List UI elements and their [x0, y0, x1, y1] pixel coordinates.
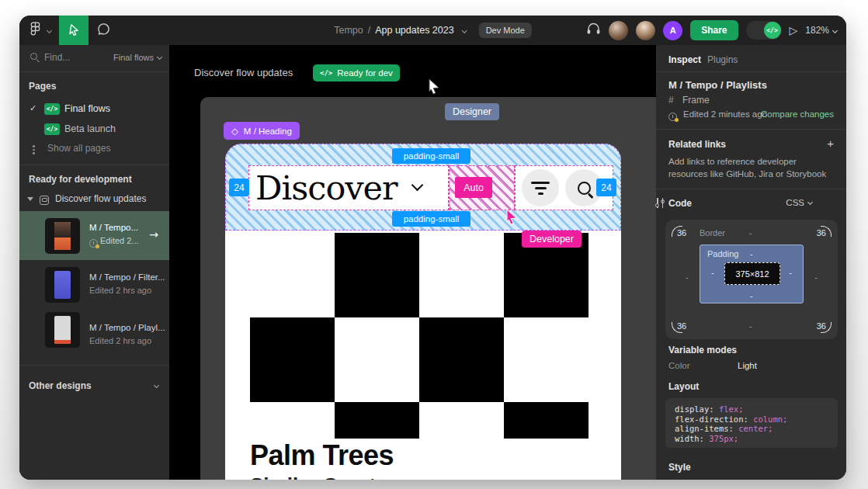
- css-property: display:: [675, 404, 719, 414]
- frame-title: M / Tempo / Filter...: [89, 272, 165, 282]
- css-value: flex;: [719, 404, 744, 414]
- padding-bottom-value[interactable]: -: [750, 291, 753, 300]
- zoom-level-control[interactable]: 182%: [805, 25, 837, 36]
- left-sidebar: Find... Final flows Pages ✓ </> Final fl…: [19, 45, 169, 480]
- corner-radius-value: 36: [817, 228, 826, 238]
- other-designs-label: Other designs: [29, 380, 92, 391]
- card-subtitle: Similar Curators: [250, 473, 407, 480]
- move-tool-button[interactable]: [59, 16, 89, 45]
- breadcrumb-file-name: App updates 2023: [375, 25, 453, 36]
- page-label: Beta launch: [64, 123, 116, 134]
- breadcrumb[interactable]: Tempo / App updates 2023 Dev Mode: [334, 16, 532, 45]
- comment-bubble-icon: [97, 23, 110, 39]
- padding-top-value[interactable]: -: [750, 249, 753, 258]
- chevron-down-icon: [154, 383, 159, 388]
- canvas[interactable]: Discover flow updates </> Ready for dev …: [169, 45, 656, 480]
- flows-filter-value: Final flows: [113, 53, 154, 62]
- sidebar-item-final-flows[interactable]: ✓ </> Final flows: [19, 101, 169, 120]
- dev-mode-toggle[interactable]: </>: [746, 21, 782, 40]
- tab-plugins[interactable]: Plugins: [707, 54, 738, 65]
- component-badge[interactable]: ◇ M / Heading: [224, 122, 300, 140]
- main-menu-button[interactable]: [19, 16, 59, 45]
- list-dots-icon: [33, 144, 34, 156]
- discover-heading: Discover: [255, 172, 398, 205]
- add-link-plus-icon[interactable]: +: [827, 137, 834, 150]
- css-property: align-items:: [675, 424, 738, 433]
- border-top-value[interactable]: -: [749, 228, 752, 238]
- arrow-right-icon[interactable]: →: [149, 228, 158, 241]
- code-icon: </>: [320, 69, 332, 77]
- clock-icon: [668, 113, 677, 121]
- avatar-collaborator-2[interactable]: [636, 21, 655, 40]
- layout-header: Layout: [668, 381, 699, 392]
- avatar-collaborator-1[interactable]: [609, 21, 628, 40]
- flows-filter-dropdown[interactable]: Final flows: [113, 53, 161, 62]
- pages-header: Pages: [29, 81, 56, 92]
- border-bottom-value[interactable]: -: [749, 321, 752, 331]
- layout-css-code[interactable]: display: flex; flex-direction: column; a…: [665, 398, 838, 448]
- ready-for-development-header: Ready for development: [29, 174, 132, 185]
- figma-app-window: Tempo / App updates 2023 Dev Mode A Shar…: [19, 16, 846, 480]
- filter-button[interactable]: [522, 169, 559, 206]
- padding-annotation-bottom: padding-small: [392, 211, 470, 227]
- divider: [19, 71, 169, 72]
- frame-edited: Edited 2 hrs ago: [89, 336, 151, 345]
- move-cursor-icon: [68, 23, 81, 39]
- avatar-current-user[interactable]: A: [663, 21, 682, 40]
- divider: [656, 129, 846, 130]
- tab-inspect[interactable]: Inspect: [668, 54, 701, 65]
- canvas-section-title[interactable]: Discover flow updates: [194, 67, 293, 78]
- other-designs-section[interactable]: Other designs: [19, 379, 169, 396]
- frame-list-item-selected[interactable]: M / Tempo... Edited 2... →: [19, 211, 169, 260]
- mode-value[interactable]: Light: [738, 361, 757, 370]
- dev-mode-toggle-knob-code-icon: </>: [764, 22, 781, 39]
- divider: [656, 71, 846, 72]
- corner-radius-value: 36: [677, 321, 686, 331]
- compare-changes-link[interactable]: Compare changes: [761, 109, 834, 119]
- chevron-down-icon: [47, 27, 52, 33]
- comment-tool-button[interactable]: [89, 16, 118, 45]
- show-all-pages-label: Show all pages: [47, 143, 110, 154]
- breadcrumb-separator: /: [368, 25, 370, 36]
- css-property: flex-direction:: [675, 414, 753, 424]
- ready-for-dev-label: Ready for dev: [337, 68, 393, 78]
- inspector-panel: Inspect Plugins M / Tempo / Playlists # …: [656, 45, 846, 480]
- padding-right-value[interactable]: -: [789, 268, 792, 277]
- box-model-diagram: 36 36 36 36 Border - - - - Padding - - -…: [665, 220, 838, 339]
- border-right-value[interactable]: -: [814, 272, 818, 282]
- section-tree-row[interactable]: Discover flow updates: [19, 192, 169, 208]
- find-input[interactable]: Find...: [44, 52, 70, 63]
- code-language-dropdown[interactable]: CSS: [786, 198, 812, 207]
- show-all-pages-button[interactable]: Show all pages: [19, 141, 169, 158]
- diamond-icon: ◇: [231, 126, 238, 137]
- ready-for-dev-badge[interactable]: </> Ready for dev: [313, 64, 400, 82]
- style-header: Style: [668, 462, 691, 473]
- code-settings-sliders-icon[interactable]: [655, 198, 665, 208]
- chevron-down-icon: [157, 54, 162, 60]
- share-button[interactable]: Share: [690, 20, 738, 40]
- frame-thumbnail: [45, 312, 80, 348]
- auto-spacing-badge: Auto: [455, 177, 492, 198]
- frame-list-item[interactable]: M / Tempo / Filter... Edited 2 hrs ago: [19, 265, 169, 312]
- album-artwork-image: [250, 233, 589, 439]
- clock-icon: [89, 239, 98, 248]
- developer-cursor-label: Developer: [522, 231, 582, 248]
- ready-for-dev-page-icon: </>: [44, 103, 60, 115]
- designer-cursor-icon: [425, 78, 443, 99]
- padding-left-value[interactable]: -: [711, 268, 714, 277]
- related-links-header: Related links: [668, 139, 726, 150]
- frame-thumbnail: [45, 218, 80, 254]
- present-play-icon[interactable]: ▷: [790, 24, 798, 36]
- heading-text-box[interactable]: Discover: [248, 165, 449, 210]
- headphones-icon[interactable]: [586, 23, 601, 38]
- toolbar: Tempo / App updates 2023 Dev Mode A Shar…: [19, 16, 846, 45]
- sidebar-item-beta-launch[interactable]: </> Beta launch: [19, 121, 169, 140]
- code-language-value: CSS: [786, 198, 804, 207]
- chevron-down-icon[interactable]: [462, 27, 467, 33]
- header-selection-hatch[interactable]: Discover Auto padding-small padding-smal…: [225, 144, 621, 231]
- section-frame-icon: [40, 196, 49, 205]
- frame-size-value[interactable]: 375×812: [724, 262, 780, 285]
- frame-list-item[interactable]: M / Tempo / Playl... Edited 2 hrs ago: [19, 310, 169, 357]
- border-left-value[interactable]: -: [686, 272, 689, 282]
- chevron-down-icon[interactable]: [411, 179, 423, 191]
